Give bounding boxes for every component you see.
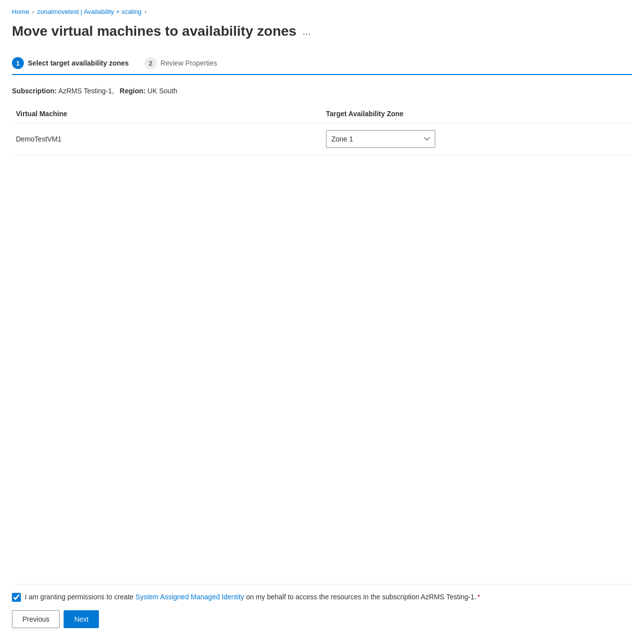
consent-suffix-text: on my behalf to access the resources in … bbox=[246, 593, 477, 601]
breadcrumb-sep-2: › bbox=[145, 8, 147, 15]
footer-section: I am granting permissions to create Syst… bbox=[12, 584, 632, 636]
vm-table: Virtual Machine Target Availability Zone… bbox=[12, 105, 632, 155]
step-2-label: Review Properties bbox=[161, 59, 217, 67]
content-area: Subscription: AzRMS Testing-1, Region: U… bbox=[12, 87, 632, 584]
breadcrumb-sep-1: › bbox=[32, 8, 34, 15]
breadcrumb: Home › zonalmovetest | Availability + sc… bbox=[12, 8, 632, 15]
next-button[interactable]: Next bbox=[64, 610, 99, 628]
column-vm-header: Virtual Machine bbox=[12, 105, 322, 123]
zone-select[interactable]: Zone 1Zone 2Zone 3 bbox=[326, 130, 435, 148]
breadcrumb-home[interactable]: Home bbox=[12, 8, 29, 15]
buttons-row: Previous Next bbox=[12, 610, 632, 628]
steps-nav: 1 Select target availability zones 2 Rev… bbox=[12, 53, 632, 75]
region-label: Region: bbox=[120, 87, 146, 95]
more-options-icon[interactable]: ... bbox=[303, 26, 311, 37]
column-zone-header: Target Availability Zone bbox=[322, 105, 632, 123]
step-2[interactable]: 2 Review Properties bbox=[137, 53, 225, 74]
step-1-circle: 1 bbox=[12, 57, 24, 69]
step-1[interactable]: 1 Select target availability zones bbox=[12, 53, 137, 75]
previous-button[interactable]: Previous bbox=[12, 610, 60, 628]
subscription-value: AzRMS Testing-1, bbox=[58, 87, 114, 95]
required-star: * bbox=[478, 593, 480, 601]
step-2-circle: 2 bbox=[145, 57, 157, 69]
step-1-label: Select target availability zones bbox=[28, 59, 129, 67]
region-value: UK South bbox=[148, 87, 177, 95]
consent-prefix: I am granting permissions to create bbox=[25, 593, 134, 601]
consent-text: I am granting permissions to create Syst… bbox=[25, 592, 480, 602]
zone-cell: Zone 1Zone 2Zone 3 bbox=[322, 123, 632, 155]
consent-checkbox[interactable] bbox=[12, 593, 21, 602]
breadcrumb-resource[interactable]: zonalmovetest | Availability + scaling bbox=[37, 8, 142, 15]
table-row: DemoTestVM1Zone 1Zone 2Zone 3 bbox=[12, 123, 632, 155]
page-title: Move virtual machines to availability zo… bbox=[12, 23, 297, 39]
subscription-label: Subscription: bbox=[12, 87, 57, 95]
consent-row: I am granting permissions to create Syst… bbox=[12, 592, 632, 602]
managed-identity-link[interactable]: System Assigned Managed Identity bbox=[136, 593, 244, 601]
vm-name-cell: DemoTestVM1 bbox=[12, 123, 322, 155]
subscription-info: Subscription: AzRMS Testing-1, Region: U… bbox=[12, 87, 632, 95]
